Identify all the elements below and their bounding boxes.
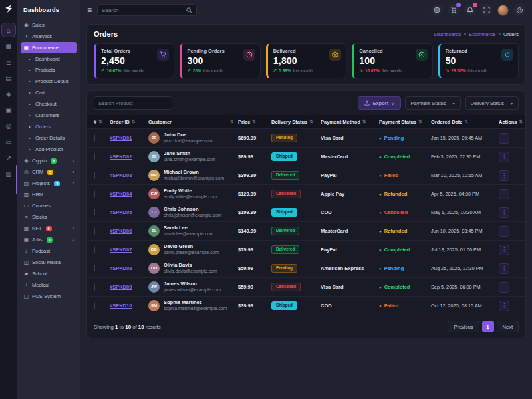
row-actions-button[interactable]: ⋮ — [499, 282, 509, 293]
sidebar-item-product-details[interactable]: • Product Details › — [21, 76, 77, 87]
sort-icon[interactable]: ⇅ — [362, 119, 366, 124]
sort-icon[interactable]: ⇅ — [252, 119, 256, 124]
sidebar-item-courses[interactable]: ▭ • Courses › — [21, 200, 77, 211]
row-actions-button[interactable]: ⋮ — [499, 207, 509, 218]
sidebar-item-projects[interactable]: ▤ • Projects 4 › — [21, 178, 77, 189]
hamburger-menu-icon[interactable]: ≡ — [87, 6, 92, 14]
bell-icon[interactable] — [464, 4, 476, 16]
global-search-input[interactable] — [102, 7, 186, 13]
layers-icon[interactable]: ≣ — [2, 55, 15, 68]
apps-icon[interactable]: ▦ — [2, 39, 15, 53]
home-icon[interactable]: ⌂ — [2, 23, 15, 37]
sort-icon[interactable]: ⇅ — [230, 119, 234, 124]
previous-page-button[interactable]: Previous — [448, 321, 479, 332]
sidebar-item-podcast[interactable]: ♪ • Podcast › — [21, 245, 77, 257]
order-id-link[interactable]: #SPKD04 — [110, 191, 132, 197]
delivery-status-badge: Pending — [271, 134, 297, 142]
row-checkbox[interactable] — [94, 302, 95, 309]
page-number-1[interactable]: 1 — [482, 321, 494, 332]
row-checkbox[interactable] — [94, 190, 95, 198]
sidebar-item-jobs[interactable]: ▣ • Jobs 1 › — [21, 234, 77, 245]
breadcrumb-dashboards[interactable]: Dashboards — [434, 31, 461, 37]
next-page-button[interactable]: Next — [497, 321, 519, 332]
global-search[interactable] — [97, 4, 197, 16]
sort-icon[interactable]: ⇅ — [418, 119, 422, 124]
sidebar-item-medical[interactable]: + • Medical › — [21, 279, 77, 291]
sidebar-item-stocks[interactable]: ≈ • Stocks › — [21, 211, 77, 223]
app-logo[interactable] — [3, 3, 14, 14]
customer-avatar: EW — [148, 188, 160, 200]
kanban-icon[interactable]: ▥ — [2, 167, 15, 180]
sidebar-item-pos-system[interactable]: ▢ • POS System › — [21, 291, 77, 302]
row-checkbox[interactable] — [94, 153, 95, 160]
row-checkbox[interactable] — [94, 265, 95, 272]
sidebar-item-products[interactable]: • Products › — [21, 65, 77, 76]
sidebar-item-ecommerce[interactable]: ▣ • Ecommerce › — [21, 42, 77, 53]
row-checkbox[interactable] — [94, 227, 95, 235]
row-checkbox[interactable] — [94, 209, 95, 216]
order-id-link[interactable]: #SPKD01 — [110, 135, 132, 141]
customer-avatar: CJ — [148, 207, 160, 218]
briefcase-icon[interactable]: ▣ — [2, 103, 15, 116]
sort-icon[interactable]: ⇅ — [132, 119, 136, 124]
breadcrumb-ecommerce[interactable]: Ecommerce — [469, 31, 495, 37]
delivery-status-filter[interactable]: Delivery Status ▾ — [465, 96, 519, 110]
order-id-link[interactable]: #SPKD09 — [110, 284, 132, 290]
sidebar-item-crypto[interactable]: ◈ • Crypto 8 › — [21, 155, 77, 166]
row-checkbox[interactable] — [94, 283, 95, 291]
row-actions-button[interactable]: ⋮ — [499, 189, 509, 200]
scrollbar-thumb[interactable] — [16, 165, 17, 194]
sidebar-item-cart[interactable]: • Cart › — [21, 87, 77, 98]
sidebar-item-school[interactable]: ▰ • School › — [21, 268, 77, 279]
sidebar-item-orders[interactable]: • Orders › — [21, 121, 77, 132]
sidebar-item-sales[interactable]: ◉ • Sales › — [21, 19, 77, 31]
chat-icon[interactable]: ▭ — [2, 135, 15, 148]
sidebar-item-nft[interactable]: ▦ • NFT 6 › — [21, 223, 77, 234]
row-actions-button[interactable]: ⋮ — [499, 301, 509, 311]
row-actions-button[interactable]: ⋮ — [499, 245, 509, 255]
gem-icon[interactable]: ◈ — [2, 87, 15, 100]
row-checkbox[interactable] — [94, 134, 95, 142]
sort-icon[interactable]: ⇅ — [309, 119, 313, 124]
sidebar-item-crm[interactable]: ◎ • CRM 5 › — [21, 166, 77, 178]
file-icon[interactable]: ▤ — [2, 71, 15, 84]
user-avatar[interactable] — [497, 5, 509, 16]
row-actions-button[interactable]: ⋮ — [499, 226, 509, 237]
globe-icon[interactable] — [431, 4, 443, 16]
order-id-link[interactable]: #SPKD05 — [110, 209, 132, 215]
row-actions-button[interactable]: ⋮ — [499, 263, 509, 274]
sidebar-item-customers[interactable]: • Customers › — [21, 110, 77, 121]
order-id-link[interactable]: #SPKD03 — [110, 172, 132, 178]
trend-up-icon: ↗ — [187, 68, 190, 73]
payment-status-filter[interactable]: Payment Status ▾ — [405, 96, 461, 110]
sidebar-item-add-product[interactable]: • Add Product › — [21, 144, 77, 155]
export-button[interactable]: Export ∨ — [358, 96, 400, 110]
row-actions-button[interactable]: ⋮ — [499, 152, 509, 162]
sort-icon[interactable]: ⇅ — [519, 119, 523, 124]
cart-icon[interactable] — [448, 4, 460, 16]
sales-icon: ◉ — [23, 22, 29, 28]
sort-icon[interactable]: ⇅ — [465, 119, 469, 124]
order-id-link[interactable]: #SPKD06 — [110, 228, 132, 234]
sidebar-item-checkout[interactable]: • Checkout › — [21, 98, 77, 110]
sidebar-item-hrm[interactable]: ▥ • HRM › — [21, 189, 77, 200]
row-actions-button[interactable]: ⋮ — [499, 170, 509, 181]
order-id-link[interactable]: #SPKD08 — [110, 265, 132, 271]
row-checkbox[interactable] — [94, 172, 95, 179]
order-id-link[interactable]: #SPKD10 — [110, 303, 132, 309]
sidebar-item-order-details[interactable]: • Order Details › — [21, 132, 77, 144]
sidebar-item-social-media[interactable]: ◫ • Social Media › — [21, 257, 77, 268]
row-actions-button[interactable]: ⋮ — [499, 133, 509, 144]
sort-icon[interactable]: ⇅ — [98, 119, 102, 124]
order-id-link[interactable]: #SPKD07 — [110, 247, 132, 253]
sidebar-item-analytics[interactable]: ◑ • Analytics › — [21, 31, 77, 42]
product-search-input[interactable] — [98, 100, 168, 106]
product-search[interactable] — [94, 96, 172, 110]
row-checkbox[interactable] — [94, 246, 95, 253]
compass-icon[interactable]: ◎ — [2, 119, 15, 132]
chart-icon[interactable]: ↗ — [2, 151, 15, 164]
gear-icon[interactable] — [513, 4, 525, 16]
sidebar-item-dashboard[interactable]: • Dashboard › — [21, 53, 77, 65]
order-id-link[interactable]: #SPKD02 — [110, 154, 132, 160]
fullscreen-icon[interactable] — [481, 4, 493, 16]
